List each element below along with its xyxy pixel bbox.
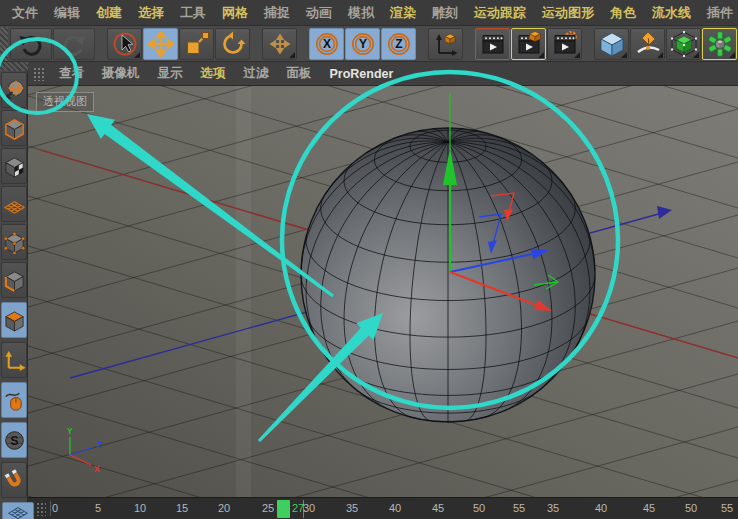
timeline-tick: 55 bbox=[513, 502, 525, 514]
add-spline-pen-icon bbox=[635, 31, 661, 57]
snap-settings-button[interactable] bbox=[1, 462, 27, 498]
viewport-menu-item-7[interactable]: ProRender bbox=[321, 67, 403, 81]
add-spline-pen-button[interactable] bbox=[630, 28, 665, 60]
workplane-mode-button[interactable] bbox=[1, 186, 27, 222]
menu-item-10[interactable]: 渲染 bbox=[382, 4, 424, 22]
application-window: 文件编辑创建选择工具网格捕捉动画模拟渲染雕刻运动跟踪运动图形角色流水线插件脚本窗… bbox=[0, 0, 738, 519]
enable-axis-mode-button[interactable] bbox=[1, 342, 27, 378]
menu-item-7[interactable]: 捕捉 bbox=[256, 4, 298, 22]
add-subdivision-surface-button[interactable] bbox=[666, 28, 701, 60]
menu-item-3[interactable]: 创建 bbox=[88, 4, 130, 22]
undo-button[interactable] bbox=[10, 28, 52, 60]
menu-item-5[interactable]: 工具 bbox=[172, 4, 214, 22]
menu-item-8[interactable]: 动画 bbox=[298, 4, 340, 22]
move-tool-button[interactable] bbox=[143, 28, 178, 60]
workplane-mode-icon bbox=[3, 193, 26, 216]
model-mode-icon bbox=[3, 117, 26, 140]
workplane-grid-icon bbox=[7, 504, 29, 519]
edges-mode-button[interactable] bbox=[1, 262, 27, 298]
polygons-mode-button[interactable] bbox=[1, 302, 27, 338]
add-mograph-cloner-icon bbox=[707, 31, 733, 57]
move-tool-icon bbox=[148, 31, 174, 57]
menu-item-13[interactable]: 运动图形 bbox=[534, 4, 602, 22]
menu-item-12[interactable]: 运动跟踪 bbox=[466, 4, 534, 22]
enable-snap-button[interactable]: S bbox=[1, 422, 27, 458]
texture-mode-button[interactable] bbox=[1, 148, 27, 184]
render-to-picture-viewer-button[interactable] bbox=[511, 28, 546, 60]
coordinate-system-button[interactable] bbox=[428, 28, 463, 60]
timeline-ruler[interactable]: 0510152025303540455055354045505527 bbox=[28, 497, 738, 519]
redo-icon bbox=[61, 31, 87, 57]
menu-item-6[interactable]: 网格 bbox=[214, 4, 256, 22]
viewport-menu-item-3[interactable]: 显示 bbox=[149, 65, 192, 82]
timeline-tick: 30 bbox=[303, 502, 315, 514]
menu-item-4[interactable]: 选择 bbox=[130, 4, 172, 22]
timeline-grip-icon[interactable] bbox=[36, 502, 46, 516]
polygons-mode-icon bbox=[3, 309, 26, 332]
menu-item-15[interactable]: 流水线 bbox=[644, 4, 699, 22]
svg-text:X: X bbox=[322, 37, 330, 51]
timeline-tick: 50 bbox=[473, 502, 485, 514]
timeline-start-mark bbox=[50, 501, 51, 516]
add-mograph-cloner-button[interactable] bbox=[702, 28, 737, 60]
menu-item-1[interactable]: 文件 bbox=[4, 4, 46, 22]
svg-text:Y: Y bbox=[67, 426, 73, 436]
menu-item-14[interactable]: 角色 bbox=[602, 4, 644, 22]
live-selection-button[interactable] bbox=[107, 28, 142, 60]
add-subdivision-surface-icon bbox=[671, 31, 697, 57]
lock-x-axis-button[interactable]: X bbox=[309, 28, 344, 60]
viewport-menu-item-2[interactable]: 摄像机 bbox=[93, 65, 149, 82]
viewport-light-band bbox=[236, 86, 251, 497]
viewport-menu-bar: 查看摄像机显示选项过滤面板ProRender bbox=[28, 62, 738, 86]
enable-axis-mode-icon bbox=[3, 349, 26, 372]
texture-mode-icon bbox=[3, 155, 26, 178]
timeline-tick: 35 bbox=[547, 502, 559, 514]
workplane-tool-button[interactable] bbox=[2, 502, 34, 519]
last-used-tool-button[interactable] bbox=[262, 28, 297, 60]
viewport-label: 透视视图 bbox=[36, 92, 94, 112]
viewport-canvas[interactable]: 透视视图 bbox=[28, 86, 738, 497]
svg-text:Z: Z bbox=[395, 37, 402, 51]
menu-item-11[interactable]: 雕刻 bbox=[424, 4, 466, 22]
menu-item-16[interactable]: 插件 bbox=[699, 4, 738, 22]
lock-z-axis-button[interactable]: Z bbox=[381, 28, 416, 60]
lock-y-axis-icon: Y bbox=[350, 31, 376, 57]
make-editable-icon bbox=[3, 79, 26, 102]
viewport-menu-item-1[interactable]: 查看 bbox=[50, 65, 93, 82]
undo-icon bbox=[18, 31, 44, 57]
render-view-button[interactable] bbox=[475, 28, 510, 60]
timeline-tick: 50 bbox=[685, 502, 697, 514]
timeline-tick: 40 bbox=[389, 502, 401, 514]
tweak-mode-button[interactable] bbox=[1, 382, 27, 418]
render-settings-icon bbox=[552, 31, 578, 57]
timeline-tick: 20 bbox=[218, 502, 230, 514]
add-primitive-cube-button[interactable] bbox=[594, 28, 629, 60]
timeline-playhead[interactable] bbox=[277, 500, 290, 518]
toolbar-grip[interactable] bbox=[0, 27, 8, 61]
scale-tool-button[interactable] bbox=[179, 28, 214, 60]
palette-grip-icon[interactable] bbox=[33, 67, 44, 81]
menu-item-9[interactable]: 模拟 bbox=[340, 4, 382, 22]
palette-hatch bbox=[0, 62, 28, 71]
render-settings-button[interactable] bbox=[547, 28, 582, 60]
snap-settings-icon bbox=[3, 469, 26, 492]
viewport-menu-item-4[interactable]: 选项 bbox=[192, 65, 235, 82]
timeline-tick: 45 bbox=[432, 502, 444, 514]
viewport-menu-item-5[interactable]: 过滤 bbox=[235, 65, 278, 82]
scale-tool-icon bbox=[184, 31, 210, 57]
timeline-tick: 45 bbox=[643, 502, 655, 514]
svg-text:Y: Y bbox=[358, 37, 366, 51]
add-primitive-cube-icon bbox=[599, 31, 625, 57]
rotate-tool-button[interactable] bbox=[215, 28, 250, 60]
lock-x-axis-icon: X bbox=[314, 31, 340, 57]
redo-button[interactable] bbox=[53, 28, 95, 60]
make-editable-button[interactable] bbox=[1, 72, 27, 108]
lock-y-axis-button[interactable]: Y bbox=[345, 28, 380, 60]
model-mode-button[interactable] bbox=[1, 110, 27, 146]
menu-item-2[interactable]: 编辑 bbox=[46, 4, 88, 22]
render-view-icon bbox=[480, 31, 506, 57]
points-mode-button[interactable] bbox=[1, 224, 27, 260]
viewport-menu-item-6[interactable]: 面板 bbox=[278, 65, 321, 82]
timeline-tick: 0 bbox=[52, 502, 58, 514]
edges-mode-icon bbox=[3, 269, 26, 292]
